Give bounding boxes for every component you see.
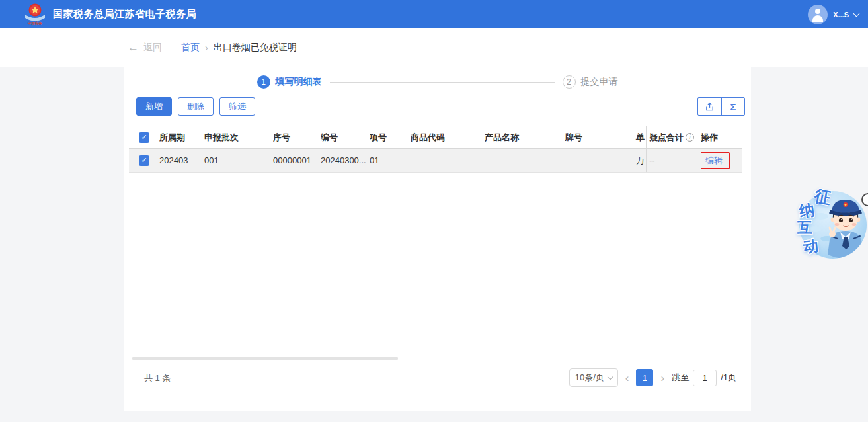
row-checkbox[interactable]: ✓ [139,155,149,166]
page-size-select[interactable]: 10条/页 [569,368,618,387]
cell-product-name-redacted [485,155,565,165]
user-menu[interactable]: X...S [808,0,859,28]
breadcrumb-current: 出口卷烟已免税证明 [214,42,297,54]
page-jump-group: 跳至 /1页 [672,370,736,386]
cell-unit-truncated: 万 [625,149,647,172]
prev-page-button[interactable]: ‹ [624,372,631,384]
export-icon [705,102,715,112]
doubt-total-label: 疑点合计 [649,132,684,144]
chevron-down-icon[interactable] [853,10,860,17]
column-header-seq: 序号 [273,132,321,144]
info-icon[interactable]: i [686,133,694,142]
column-header-commodity-code: 商品代码 [411,132,485,144]
step-indicator: 1 填写明细表 2 提交申请 [124,75,751,89]
breadcrumb-home[interactable]: 首页 [181,42,200,54]
jump-page-input[interactable] [693,370,717,386]
back-button[interactable]: 返回 [143,42,162,54]
step-2-circle: 2 [563,75,576,89]
avatar-head [815,9,820,14]
mascot-char-dong: 动 [802,235,819,257]
cell-doubt-total: -- [647,155,701,165]
detail-table: ✓ 所属期 申报批次 序号 编号 项号 商品代码 产品名称 牌号 单 疑点合计 … [129,126,742,173]
content-card: 1 填写明细表 2 提交申请 新增 删除 筛选 Σ [124,67,751,411]
cell-period: 202403 [159,155,204,165]
user-name: X...S [833,11,849,19]
horizontal-scrollbar-thumb[interactable] [132,357,398,360]
delete-button[interactable]: 删除 [178,97,214,116]
total-pages-label: /1页 [721,372,736,384]
column-header-action: 操作 [701,132,742,144]
total-count: 共 1 条 [144,372,171,384]
table-toolbar: 新增 删除 筛选 [136,97,255,116]
export-button[interactable] [698,98,721,115]
breadcrumb-separator: › [205,42,208,53]
app-title: 国家税务总局江苏省电子税务局 [53,8,196,21]
column-header-number: 编号 [321,132,370,144]
column-header-item: 项号 [370,132,411,144]
cell-item: 01 [370,155,411,165]
current-page-button[interactable]: 1 [636,369,653,386]
pagination: 10条/页 ‹ 1 › 跳至 /1页 [569,368,736,387]
column-header-unit-truncated: 单 [625,126,647,148]
step-connector-line [330,82,555,83]
column-header-brand: 牌号 [565,132,625,144]
cell-commodity-code-redacted [411,155,485,165]
sigma-icon: Σ [730,101,736,112]
chevron-down-icon [608,374,613,379]
step-2-label: 提交申请 [581,76,618,88]
edit-link[interactable]: 编辑 [705,155,723,167]
step-1-circle: 1 [257,75,270,89]
step-1-label: 填写明细表 [276,76,322,88]
table-tools-group: Σ [697,97,745,116]
back-arrow-icon[interactable]: ← [128,41,139,54]
cell-action: 编辑 [701,152,742,169]
edit-highlight-box: 编辑 [701,152,730,169]
cell-number: 20240300... [321,155,370,165]
sum-button[interactable]: Σ [721,98,744,115]
column-header-product-name: 产品名称 [485,132,565,144]
column-header-doubt-total: 疑点合计 i [647,132,701,144]
app-window: 中国税务 国家税务总局江苏省电子税务局 X...S ← 返回 首页 › 出口卷烟… [0,0,868,422]
table-header-row: ✓ 所属期 申报批次 序号 编号 项号 商品代码 产品名称 牌号 单 疑点合计 … [129,126,742,149]
page-size-value: 10条/页 [575,372,604,384]
mascot-char-hu: 互 [797,218,812,238]
svg-text:中国税务: 中国税务 [28,21,43,26]
cell-batch: 001 [204,155,273,165]
next-page-button[interactable]: › [659,372,666,384]
top-bar: 中国税务 国家税务总局江苏省电子税务局 X...S [0,0,868,28]
jump-label: 跳至 [672,372,689,384]
table-row[interactable]: ✓ 202403 001 00000001 20240300... 01 万 -… [129,149,742,173]
avatar-shoulders [812,15,823,22]
tax-interaction-mascot-widget[interactable]: 征 纳 互 动 [795,187,868,261]
column-header-period: 所属期 [159,132,204,144]
breadcrumb-bar: ← 返回 首页 › 出口卷烟已免税证明 [0,28,868,67]
user-avatar-icon[interactable] [808,5,828,24]
column-header-batch: 申报批次 [204,132,273,144]
filter-button[interactable]: 筛选 [219,97,255,116]
tax-bureau-logo-icon: 中国税务 [24,3,46,26]
cell-seq: 00000001 [273,155,321,165]
select-all-checkbox[interactable]: ✓ [139,132,149,143]
add-button[interactable]: 新增 [136,97,172,116]
